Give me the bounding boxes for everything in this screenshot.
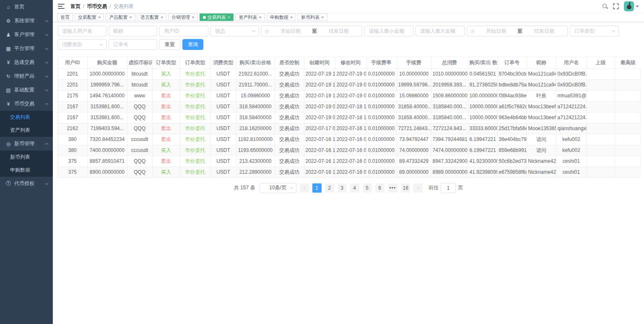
cell-consume: USDT — [210, 79, 236, 90]
tab-分销管理[interactable]: 分销管理× — [168, 13, 197, 21]
tab-close-icon[interactable]: × — [228, 15, 230, 20]
sidebar-subitem-新币列表[interactable]: 新币列表 — [0, 151, 53, 164]
cell-price: 1192.81000000 — [236, 134, 275, 145]
tab-label: 分销管理 — [171, 14, 190, 21]
page-button-5[interactable]: 5 — [363, 183, 372, 193]
username-input[interactable] — [57, 26, 106, 37]
order-no-input[interactable] — [109, 39, 157, 50]
page-button-1[interactable]: 1 — [312, 183, 322, 193]
tab-close-icon[interactable]: × — [290, 15, 293, 20]
cell-total: 3185840.000... — [431, 101, 468, 112]
order-type-select[interactable]: 订单类型 — [570, 26, 619, 37]
create-date-range-picker[interactable]: ◷ 开始日期 至 结束日期 — [261, 26, 362, 37]
tab-交易列表[interactable]: 交易列表× — [200, 13, 234, 21]
max-amount-input[interactable] — [415, 26, 465, 37]
table-header-row: 用户ID购买金额虚拟币标识订单类型订单类型消费类型购买/卖出价格是否控制创建时间… — [58, 57, 641, 68]
cell-modified: 2022-07-19 0... — [335, 79, 366, 90]
userid-input[interactable] — [159, 26, 208, 37]
cell-created: 2022-07-16 1... — [304, 134, 335, 145]
cell-entrust: 市价委托 — [180, 112, 210, 123]
cell-username: a712421224... — [556, 101, 587, 112]
min-amount-input[interactable] — [364, 26, 413, 37]
status-select-placeholder: 状态 — [215, 28, 225, 35]
tab-新币列表[interactable]: 新币列表× — [298, 13, 327, 21]
cell-entrust: 市价委托 — [180, 134, 210, 145]
cell-created: 2022-07-16 1... — [304, 156, 335, 167]
search-button[interactable]: 查询 — [182, 39, 203, 50]
cell-fee: 10.00000000 — [397, 68, 431, 79]
sidebar-item-系统管理[interactable]: ⚙系统管理 — [0, 14, 53, 28]
modify-date-range-picker[interactable]: ◷ 开始日期 至 结束日期 — [467, 26, 568, 37]
sidebar-subitem-申购数据[interactable]: 申购数据 — [0, 164, 53, 177]
sidebar-subitem-交易列表[interactable]: 交易列表 — [0, 111, 53, 124]
tab-申购数据[interactable]: 申购数据× — [267, 13, 296, 21]
tab-资产列表[interactable]: 资产列表× — [235, 13, 265, 21]
date-end-placeholder: 结束日期 — [319, 28, 358, 35]
user-menu[interactable] — [624, 1, 639, 11]
tab-close-icon[interactable]: × — [192, 15, 194, 20]
tab-close-icon[interactable]: × — [129, 15, 132, 20]
sidebar-item-新币管理[interactable]: ◎新币管理 — [0, 137, 53, 151]
breadcrumb-item[interactable]: 币币交易 — [87, 3, 107, 10]
cell-side: 买入 — [152, 167, 180, 178]
sidebar-item-急速交易[interactable]: ¥急速交易 — [0, 55, 53, 69]
tab-语言配置[interactable]: 语言配置× — [137, 13, 166, 21]
status-select[interactable]: 状态 — [210, 26, 259, 37]
nickname-input[interactable] — [109, 26, 157, 37]
reset-button[interactable]: 重置 — [159, 39, 180, 50]
cell-side: 卖出 — [152, 156, 180, 167]
cell-coin: www — [127, 90, 152, 101]
sidebar-item-理财产品[interactable]: ↻理财产品 — [0, 69, 53, 83]
goto-page-input[interactable] — [441, 183, 456, 193]
column-header-consume: 消费类型 — [210, 57, 236, 68]
cell-coin: cccusdt — [127, 134, 152, 145]
cell-user_id: 380 — [58, 145, 87, 156]
sidebar-item-客户管理[interactable]: ♟客户管理 — [0, 28, 53, 42]
cell-parent — [587, 101, 615, 112]
page-ellipsis[interactable]: ••• — [388, 183, 398, 193]
tab-close-icon[interactable]: × — [161, 15, 163, 20]
cell-entrust: 市价委托 — [180, 90, 210, 101]
page-button-4[interactable]: 4 — [350, 183, 359, 193]
consume-type-select[interactable]: 消费类型 — [57, 39, 106, 50]
fullscreen-icon[interactable] — [613, 3, 619, 9]
cell-qty: 6.19947221 — [468, 145, 497, 156]
table-row: 21673153981.600...QQQ卖出市价委托USDT318.58400… — [58, 101, 641, 112]
tab-label: 语言配置 — [140, 14, 159, 21]
page-button-16[interactable]: 16 — [401, 183, 410, 193]
page-button-2[interactable]: 2 — [325, 183, 334, 193]
sidebar-subitem-资产列表[interactable]: 资产列表 — [0, 124, 53, 137]
cell-modified: 2022-07-18 1... — [335, 112, 366, 123]
tab-close-icon[interactable]: × — [259, 15, 261, 20]
prev-page-button[interactable]: ‹ — [300, 183, 309, 193]
sidebar-item-首页[interactable]: ⌂首页 — [0, 0, 53, 14]
tab-产品配置[interactable]: 产品配置× — [106, 13, 135, 21]
next-page-button[interactable]: › — [413, 183, 423, 193]
sidebar-toggle-icon[interactable] — [58, 4, 65, 9]
cell-fee: 15.09860000 — [397, 90, 431, 101]
page-button-3[interactable]: 3 — [338, 183, 347, 193]
tab-close-icon[interactable]: × — [98, 15, 101, 20]
sidebar-item-平台管理[interactable]: ▦平台管理 — [0, 42, 53, 55]
search-icon[interactable] — [602, 3, 608, 9]
cell-control: 交易成功 — [275, 101, 304, 112]
page-button-6[interactable]: 6 — [375, 183, 384, 193]
avatar[interactable] — [624, 1, 634, 11]
tab-交易配置[interactable]: 交易配置× — [75, 13, 104, 21]
cell-order_no: 963e4b64bbc... — [497, 112, 527, 123]
cell-side: 卖出 — [152, 134, 180, 145]
cell-fee: 89.47332429 — [397, 156, 431, 167]
sidebar-item-基础配置[interactable]: ▤基础配置 — [0, 83, 53, 97]
tab-首页[interactable]: 首页 — [57, 13, 73, 21]
breadcrumb-item[interactable]: 首页 — [70, 3, 80, 10]
pagination-total: 共 157 条 — [234, 184, 255, 191]
sidebar-item-代币授权[interactable]: Ⓣ代币授权 — [0, 177, 53, 191]
tab-close-icon[interactable]: × — [321, 15, 324, 20]
page-size-select[interactable]: 10条/页 — [260, 183, 296, 193]
chevron-down-icon — [45, 47, 48, 50]
cell-qty: 41.92300000 — [468, 156, 497, 167]
sidebar-item-币币交易[interactable]: ¥币币交易 — [0, 97, 53, 111]
yen-icon: ¥ — [5, 101, 12, 107]
cell-nickname: 请问 — [527, 134, 556, 145]
cell-price: 1193.65000000 — [236, 145, 275, 156]
